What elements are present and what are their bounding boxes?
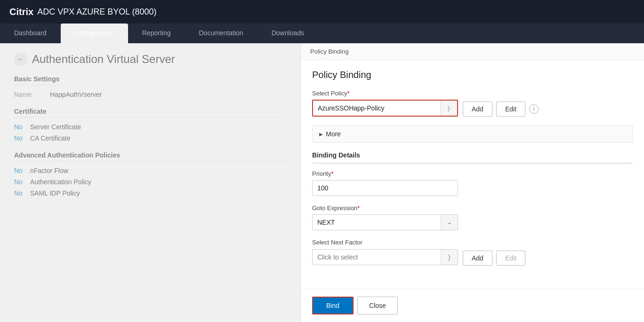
page-title: Authentication Virtual Server [32,53,175,66]
next-factor-label: Select Next Factor [312,239,633,246]
dialog-body: Policy Binding Select Policy* 〉 Add Edit… [301,60,644,289]
name-field-row: Name HappAuthVserver [14,91,286,98]
nav-tabs: Dashboard Configuration Reporting Docume… [0,24,644,43]
ca-cert-no: No [14,134,23,142]
name-value: HappAuthVserver [50,91,102,98]
select-policy-input-wrapper: 〉 [312,100,458,117]
tab-dashboard[interactable]: Dashboard [0,24,61,43]
edit-next-factor-btn: Edit [496,251,525,266]
more-header[interactable]: ▶ More [313,126,632,142]
auth-policy-no: No [14,178,23,186]
ca-cert-text: CA Certificate [30,134,71,142]
certificate-header: Certificate [14,108,286,118]
goto-expr-wrapper: NEXT END USE_INVOCATION_RESULT ⌄ [312,214,458,230]
main-content: ← Authentication Virtual Server Basic Se… [0,43,644,322]
binding-details-header: Binding Details [312,151,633,164]
goto-dropdown-arrow-icon: ⌄ [441,215,458,230]
priority-group: Priority* [312,170,633,196]
tab-downloads[interactable]: Downloads [258,24,318,43]
server-cert-row: No Server Certificate [14,123,286,131]
saml-no: No [14,189,23,197]
select-policy-arrow-btn[interactable]: 〉 [440,101,457,116]
nfactor-no: No [14,167,23,174]
add-policy-btn[interactable]: Add [463,102,492,117]
select-policy-input[interactable] [313,101,440,116]
back-button[interactable]: ← [14,53,27,66]
server-cert-text: Server Certificate [30,123,81,131]
goto-expr-group: Goto Expression* NEXT END USE_INVOCATION… [312,204,633,230]
more-arrow-icon: ▶ [319,132,323,137]
close-button[interactable]: Close [357,297,398,314]
auth-policy-row: No Authentication Policy [14,178,286,186]
next-factor-input-wrapper: 〉 [312,249,458,265]
select-policy-label: Select Policy* [312,90,633,97]
tab-documentation[interactable]: Documentation [185,24,257,43]
basic-settings-header: Basic Settings [14,75,286,85]
select-policy-group: Select Policy* 〉 Add Edit i [312,90,633,117]
add-next-factor-btn[interactable]: Add [463,251,492,266]
bind-button[interactable]: Bind [312,297,354,314]
advanced-auth-header: Advanced Authentication Policies [14,151,286,161]
next-factor-input[interactable] [313,250,441,265]
edit-policy-btn[interactable]: Edit [496,102,525,117]
left-panel: ← Authentication Virtual Server Basic Se… [0,43,300,322]
policy-binding-panel: Policy Binding Policy Binding Select Pol… [300,43,644,322]
app-header: Citrix ADC VPX AZURE BYOL (8000) [0,0,644,24]
product-title: ADC VPX AZURE BYOL (8000) [37,7,156,17]
auth-policy-text: Authentication Policy [30,178,91,186]
dialog-footer: Bind Close [301,289,644,322]
nfactor-text: nFactor Flow [30,167,68,174]
brand: Citrix ADC VPX AZURE BYOL (8000) [9,7,157,17]
advanced-auth-section: Advanced Authentication Policies No nFac… [14,151,286,197]
priority-label: Priority* [312,170,633,177]
page-header: ← Authentication Virtual Server [14,53,286,66]
tab-reporting[interactable]: Reporting [128,24,185,43]
priority-input[interactable] [313,181,458,196]
nfactor-row: No nFactor Flow [14,167,286,174]
citrix-logo: Citrix [9,7,33,17]
priority-input-wrapper [312,180,458,196]
certificate-section: Certificate No Server Certificate No CA … [14,108,286,142]
saml-row: No SAML IDP Policy [14,189,286,197]
goto-expr-select[interactable]: NEXT END USE_INVOCATION_RESULT [313,215,441,230]
more-section: ▶ More [312,125,633,143]
next-factor-arrow-btn[interactable]: 〉 [441,250,458,265]
server-cert-no: No [14,123,23,131]
goto-expr-label: Goto Expression* [312,204,633,212]
tab-configuration[interactable]: Configuration [61,24,128,43]
next-factor-group: Select Next Factor 〉 Add Edit [312,239,633,266]
name-label: Name [14,91,42,98]
binding-details-section: Binding Details Priority* Goto Expressio… [312,151,633,266]
more-label: More [326,130,341,138]
info-icon[interactable]: i [529,104,539,114]
saml-text: SAML IDP Policy [30,189,80,197]
ca-cert-row: No CA Certificate [14,134,286,142]
basic-settings-section: Basic Settings Name HappAuthVserver [14,75,286,98]
dialog-breadcrumb: Policy Binding [301,43,644,60]
next-factor-btn-row: Add Edit [463,251,525,266]
policy-btn-row: Add Edit i [463,102,539,117]
dialog-title: Policy Binding [312,70,633,80]
